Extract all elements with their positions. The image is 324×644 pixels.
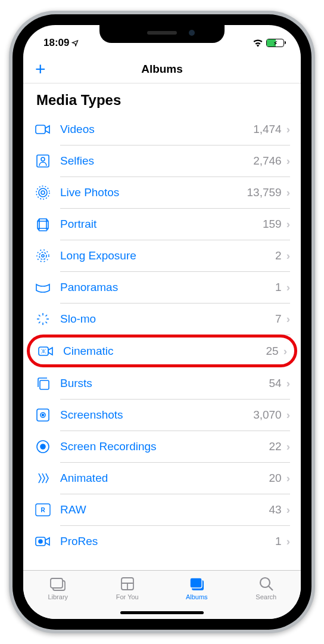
screenrec-icon xyxy=(34,438,52,456)
wifi-icon xyxy=(253,39,263,47)
svg-point-23 xyxy=(40,444,45,449)
location-icon xyxy=(71,39,79,47)
bursts-icon xyxy=(34,374,52,392)
row-slomo[interactable]: Slo-mo7› xyxy=(34,303,290,335)
tab-label: Library xyxy=(48,593,68,600)
tab-library[interactable]: Library xyxy=(23,571,93,606)
selfie-icon xyxy=(34,152,52,170)
media-types-list: Videos1,474›Selfies2,746›Live Photos13,7… xyxy=(34,113,290,557)
row-count: 2 xyxy=(275,249,286,262)
row-label: Portrait xyxy=(52,218,263,231)
home-indicator[interactable] xyxy=(23,606,301,619)
svg-point-35 xyxy=(260,578,270,587)
row-label: Panoramas xyxy=(52,281,275,294)
row-live[interactable]: Live Photos13,759› xyxy=(34,177,290,208)
row-screenrec[interactable]: Screen Recordings22› xyxy=(34,431,290,462)
row-label: ProRes xyxy=(52,535,275,548)
tab-foryou[interactable]: For You xyxy=(93,571,163,606)
row-video[interactable]: Videos1,474› xyxy=(34,113,290,145)
row-cinematic[interactable]: Cinematic25› xyxy=(27,335,297,367)
row-label: RAW xyxy=(52,503,269,516)
cinematic-icon xyxy=(37,342,55,360)
tab-bar: LibraryFor YouAlbumsSearch xyxy=(23,570,301,606)
chevron-right-icon: › xyxy=(284,345,287,358)
row-label: Slo-mo xyxy=(52,312,275,326)
svg-rect-17 xyxy=(39,347,48,355)
notch xyxy=(99,25,225,43)
chevron-right-icon: › xyxy=(286,154,290,168)
chevron-right-icon: › xyxy=(286,440,290,453)
row-portrait[interactable]: Portrait159› xyxy=(34,208,290,240)
row-count: 54 xyxy=(269,377,286,390)
row-prores[interactable]: ProRes1› xyxy=(34,525,290,557)
row-label: Long Exposure xyxy=(52,249,275,262)
row-count: 1 xyxy=(275,281,286,294)
row-screenshots[interactable]: Screenshots3,070› xyxy=(34,399,290,431)
pano-icon xyxy=(34,278,52,296)
svg-point-8 xyxy=(37,250,49,262)
row-count: 1,474 xyxy=(253,123,286,136)
status-time: 18:09 xyxy=(43,37,69,49)
chevron-right-icon: › xyxy=(286,535,290,548)
tab-label: For You xyxy=(116,593,139,600)
row-count: 3,070 xyxy=(253,408,286,422)
add-button[interactable]: + xyxy=(35,59,46,79)
portrait-icon xyxy=(34,215,52,233)
row-label: Cinematic xyxy=(55,345,266,358)
prores-icon xyxy=(34,532,52,550)
screen: 18:09 ⚡︎ + Albums Media Types Videos1,47… xyxy=(23,25,301,619)
svg-line-36 xyxy=(269,586,273,590)
chevron-right-icon: › xyxy=(286,186,290,199)
svg-line-10 xyxy=(46,315,48,317)
row-count: 22 xyxy=(269,440,286,453)
content-scroll[interactable]: Media Types Videos1,474›Selfies2,746›Liv… xyxy=(23,83,301,570)
row-pano[interactable]: Panoramas1› xyxy=(34,271,290,303)
live-icon xyxy=(34,184,52,202)
tab-albums[interactable]: Albums xyxy=(162,571,232,606)
svg-point-3 xyxy=(41,191,45,194)
row-selfie[interactable]: Selfies2,746› xyxy=(34,145,290,177)
phone-frame: 18:09 ⚡︎ + Albums Media Types Videos1,47… xyxy=(9,11,315,633)
row-label: Screenshots xyxy=(52,408,253,422)
screenshots-icon xyxy=(34,406,52,424)
row-count: 20 xyxy=(269,472,286,485)
row-count: 43 xyxy=(269,503,286,516)
row-count: 13,759 xyxy=(247,186,286,199)
tab-label: Search xyxy=(256,593,276,600)
row-animated[interactable]: Animated20› xyxy=(34,462,290,494)
video-icon xyxy=(34,120,52,138)
battery-icon: ⚡︎ xyxy=(266,39,284,47)
row-label: Bursts xyxy=(52,377,269,390)
row-label: Videos xyxy=(52,123,253,136)
chevron-right-icon: › xyxy=(286,503,290,516)
animated-icon xyxy=(34,469,52,487)
chevron-right-icon: › xyxy=(286,377,290,390)
svg-rect-0 xyxy=(36,125,45,134)
svg-point-6 xyxy=(42,255,44,257)
chevron-right-icon: › xyxy=(286,312,290,326)
tab-search[interactable]: Search xyxy=(232,571,301,606)
chevron-right-icon: › xyxy=(286,472,290,485)
svg-rect-34 xyxy=(190,578,202,588)
svg-rect-29 xyxy=(51,578,63,588)
row-raw[interactable]: RRAW43› xyxy=(34,494,290,525)
chevron-right-icon: › xyxy=(286,249,290,262)
nav-bar: + Albums xyxy=(23,55,301,83)
row-count: 7 xyxy=(275,312,286,326)
chevron-right-icon: › xyxy=(286,408,290,422)
row-label: Live Photos xyxy=(52,186,247,199)
longexp-icon xyxy=(34,247,52,265)
svg-line-12 xyxy=(46,321,48,323)
svg-text:R: R xyxy=(40,507,45,513)
raw-icon: R xyxy=(34,501,52,519)
row-longexp[interactable]: Long Exposure2› xyxy=(34,240,290,271)
svg-line-16 xyxy=(39,315,40,317)
section-header: Media Types xyxy=(34,83,290,113)
tab-label: Albums xyxy=(186,593,208,600)
row-label: Animated xyxy=(52,472,269,485)
svg-point-4 xyxy=(39,188,47,197)
row-count: 1 xyxy=(275,535,286,548)
row-bursts[interactable]: Bursts54› xyxy=(34,367,290,399)
row-label: Selfies xyxy=(52,154,253,168)
row-count: 25 xyxy=(266,345,284,358)
